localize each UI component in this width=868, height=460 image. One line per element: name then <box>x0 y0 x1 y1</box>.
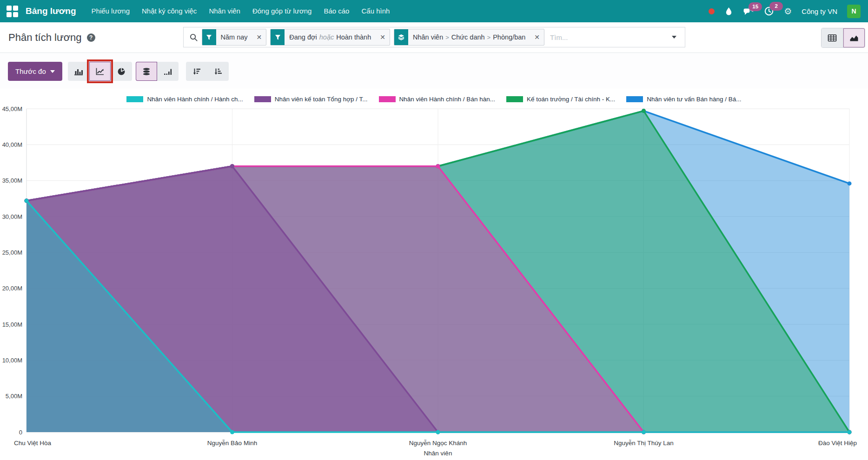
page-title: Phân tích lương <box>8 32 82 44</box>
legend-item-4[interactable]: Nhân viên tư vấn Bán hàng / Bá... <box>626 96 741 103</box>
x-tick-label: Đào Việt Hiệp <box>818 440 857 447</box>
measures-button[interactable]: Thước đo <box>8 62 62 81</box>
filter-facet-nam-nay: Năm nay ✕ <box>202 29 267 46</box>
activities-clock-icon[interactable]: 2 <box>764 6 774 16</box>
facet-label: Chức danh <box>451 33 485 41</box>
data-point[interactable] <box>230 164 234 168</box>
cumulative-toggle-button[interactable] <box>157 62 179 81</box>
messages-badge: 15 <box>749 2 762 11</box>
legend-label: Nhân viên Hành chính / Hành ch... <box>147 96 243 103</box>
remove-facet-button[interactable]: ✕ <box>530 29 544 45</box>
remove-facet-button[interactable]: ✕ <box>252 29 266 45</box>
droplet-icon[interactable] <box>724 7 733 16</box>
y-tick-label: 0 <box>19 429 22 436</box>
top-navbar: Bảng lương Phiếu lương Nhật ký công việc… <box>0 0 868 22</box>
legend-label: Nhân viên tư vấn Bán hàng / Bá... <box>647 96 741 103</box>
y-tick-label: 25,00M <box>2 249 22 256</box>
y-tick-label: 45,00M <box>2 105 22 112</box>
y-tick-label: 30,00M <box>2 213 22 220</box>
sort-group <box>186 62 229 81</box>
remove-facet-button[interactable]: ✕ <box>376 29 390 45</box>
stacked-group <box>136 62 179 81</box>
navbar-systray: 15 2 ⚙ Công ty VN N <box>709 5 861 18</box>
control-panel: Phân tích lương ? Năm nay ✕ Đang đợi hoặ… <box>0 22 868 53</box>
data-point[interactable] <box>642 109 646 113</box>
legend-swatch <box>379 96 396 102</box>
facet-operator: hoặc <box>319 33 334 41</box>
y-tick-label: 40,00M <box>2 141 22 148</box>
settings-gears-icon[interactable]: ⚙ <box>784 6 792 17</box>
sort-ascending-button[interactable] <box>207 62 229 81</box>
main-menu: Phiếu lương Nhật ký công việc Nhân viên … <box>86 0 396 22</box>
search-input[interactable] <box>544 33 663 41</box>
legend-item-0[interactable]: Nhân viên Hành chính / Hành ch... <box>126 96 243 103</box>
company-menu[interactable]: Công ty VN <box>802 7 837 15</box>
x-axis-title: Nhân viên <box>424 450 452 457</box>
red-status-dot <box>709 8 715 14</box>
chart-type-line-button[interactable] <box>89 62 111 81</box>
menu-item-phieu-luong[interactable]: Phiếu lương <box>86 0 136 22</box>
graph-toolbar: Thước đo <box>0 53 868 89</box>
facet-separator: > <box>487 34 491 41</box>
legend-swatch <box>506 96 523 102</box>
salary-area-chart: 05,00M10,00M15,00M20,00M25,00M30,00M35,0… <box>0 104 868 460</box>
view-switcher <box>821 28 865 48</box>
menu-item-nhan-vien[interactable]: Nhân viên <box>203 0 246 22</box>
y-tick-label: 20,00M <box>2 285 22 292</box>
data-point[interactable] <box>848 430 852 434</box>
data-point[interactable] <box>436 430 440 434</box>
facet-label: Năm nay <box>221 33 248 41</box>
legend-swatch <box>626 96 643 102</box>
filter-facet-trang-thai: Đang đợi hoặc Hoàn thành ✕ <box>270 29 390 46</box>
caret-down-icon <box>50 70 55 73</box>
legend-swatch <box>254 96 271 102</box>
legend-label: Nhân viên Hành chính / Bán hàn... <box>399 96 495 103</box>
messages-icon[interactable]: 15 <box>743 7 754 16</box>
graph-view-button[interactable] <box>843 28 865 47</box>
y-tick-label: 10,00M <box>2 357 22 364</box>
pivot-view-button[interactable] <box>822 28 843 47</box>
data-point[interactable] <box>230 430 234 434</box>
chart-legend: Nhân viên Hành chính / Hành ch...Nhân vi… <box>0 94 868 104</box>
filter-icon <box>202 29 216 45</box>
y-tick-label: 5,00M <box>6 393 22 400</box>
stacked-toggle-button[interactable] <box>136 62 157 81</box>
menu-item-dong-gop-tu-luong[interactable]: Đóng góp từ lương <box>246 0 318 22</box>
y-tick-label: 15,00M <box>2 321 22 328</box>
facet-label: Nhân viên <box>413 33 443 41</box>
chart-type-bar-button[interactable] <box>68 62 89 81</box>
groupby-facet: Nhân viên > Chức danh > Phòng/ban ✕ <box>394 29 544 46</box>
user-avatar[interactable]: N <box>847 5 861 18</box>
activities-badge: 2 <box>769 2 783 11</box>
menu-item-nhat-ky-cong-viec[interactable]: Nhật ký công việc <box>136 0 203 22</box>
data-point[interactable] <box>848 181 852 185</box>
app-name[interactable]: Bảng lương <box>26 6 76 16</box>
legend-item-2[interactable]: Nhân viên Hành chính / Bán hàn... <box>379 96 495 103</box>
x-tick-label: Nguyễn Ngọc Khánh <box>409 440 467 447</box>
search-options-caret[interactable] <box>663 36 685 39</box>
search-bar[interactable]: Năm nay ✕ Đang đợi hoặc Hoàn thành ✕ <box>183 27 685 47</box>
menu-item-cau-hinh[interactable]: Cấu hình <box>355 0 396 22</box>
x-tick-label: Nguyễn Thị Thúy Lan <box>614 440 674 447</box>
data-point[interactable] <box>25 199 29 203</box>
x-tick-label: Chu Việt Hòa <box>14 440 52 447</box>
sort-descending-button[interactable] <box>186 62 207 81</box>
legend-item-1[interactable]: Nhân viên kế toán Tổng hợp / T... <box>254 96 368 103</box>
facet-label: Hoàn thành <box>336 33 371 41</box>
chart-type-pie-button[interactable] <box>111 62 132 81</box>
data-point[interactable] <box>436 164 440 168</box>
legend-item-3[interactable]: Kế toán trưởng / Tài chính - K... <box>506 96 615 103</box>
layers-icon <box>394 29 408 45</box>
filter-icon <box>271 29 285 45</box>
search-icon <box>189 33 198 42</box>
apps-menu-icon[interactable] <box>7 6 18 17</box>
data-point[interactable] <box>642 430 646 434</box>
legend-label: Nhân viên kế toán Tổng hợp / T... <box>275 96 368 103</box>
facet-label: Phòng/ban <box>493 33 525 41</box>
facet-label: Đang đợi <box>289 33 317 41</box>
chart-type-group <box>68 62 132 81</box>
facet-separator: > <box>445 34 449 41</box>
menu-item-bao-cao[interactable]: Báo cáo <box>318 0 355 22</box>
legend-swatch <box>126 96 143 102</box>
help-icon[interactable]: ? <box>87 33 95 42</box>
